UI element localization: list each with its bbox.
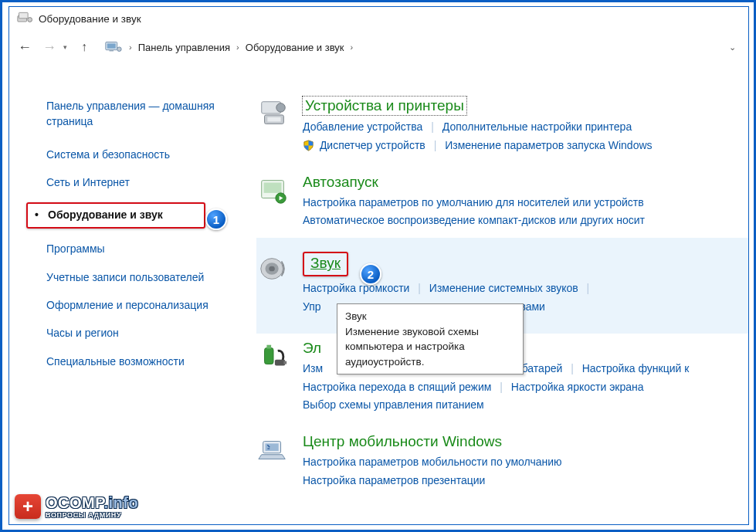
power-icon	[256, 340, 290, 372]
autoplay-icon	[256, 174, 290, 206]
category-devices-printers: Устройства и принтеры Добавление устройс…	[256, 90, 748, 168]
annotation-marker-1: 1	[205, 208, 227, 230]
hardware-sound-icon	[17, 12, 32, 26]
main-content: Устройства и принтеры Добавление устройс…	[241, 69, 748, 524]
tooltip-title: Звук	[345, 309, 515, 324]
control-panel-window: Оборудование и звук ← → ▾ ↑ › Панель упр…	[8, 6, 749, 525]
svg-point-6	[117, 46, 122, 51]
svg-rect-19	[275, 360, 285, 366]
watermark: + OCOMP.info ВОПРОСЫ АДМИНУ	[15, 494, 138, 519]
svg-rect-18	[266, 345, 271, 349]
sidebar-item-hardware-sound[interactable]: Оборудование и звук	[26, 202, 205, 229]
category-autoplay: Автозапуск Настройка параметров по умолч…	[256, 168, 748, 243]
category-mobility: Центр мобильности Windows Настройка пара…	[256, 427, 748, 503]
sidebar-item-network-internet[interactable]: Сеть и Интернет	[46, 175, 233, 190]
breadcrumb: › Панель управления › Оборудование и зву…	[100, 39, 741, 56]
watermark-badge-icon: +	[15, 494, 41, 519]
tooltip-body: Изменение звуковой схемы компьютера и на…	[345, 324, 515, 370]
nav-history-dropdown[interactable]: ▾	[63, 43, 67, 51]
svg-point-2	[28, 17, 32, 22]
chevron-right-icon[interactable]: ›	[348, 42, 354, 52]
breadcrumb-control-panel[interactable]: Панель управления	[138, 42, 230, 53]
shield-icon	[303, 140, 314, 151]
svg-rect-9	[267, 117, 280, 122]
link-sound-manage-tail[interactable]: вами	[520, 300, 545, 313]
link-printer-settings[interactable]: Дополнительные настройки принтера	[442, 120, 632, 133]
link-volume-settings[interactable]: Настройка громкости	[303, 282, 409, 294]
nav-back-button[interactable]: ←	[17, 39, 32, 55]
nav-forward-button[interactable]: →	[42, 39, 57, 55]
svg-rect-5	[109, 49, 114, 51]
link-brightness-settings[interactable]: Настройка яркости экрана	[511, 381, 644, 393]
watermark-suffix: .info	[103, 494, 138, 511]
control-panel-icon	[104, 39, 123, 56]
svg-rect-12	[264, 182, 282, 192]
breadcrumb-hardware-sound[interactable]: Оборудование и звук	[246, 42, 344, 53]
svg-rect-1	[19, 12, 29, 18]
link-power-functions[interactable]: Настройка функций к	[582, 362, 690, 374]
window-title: Оборудование и звук	[39, 13, 141, 25]
link-power-partial1[interactable]: Изм	[303, 362, 323, 374]
sidebar-home-link[interactable]: Панель управления — домашняя страница	[46, 98, 233, 130]
watermark-tagline: ВОПРОСЫ АДМИНУ	[46, 512, 138, 519]
link-autoplay-cd[interactable]: Автоматическое воспроизведение компакт-д…	[303, 214, 645, 226]
navbar: ← → ▾ ↑ › Панель управления › Оборудован…	[9, 30, 748, 64]
svg-rect-4	[107, 43, 116, 48]
link-power-plan[interactable]: Выбор схемы управления питанием	[303, 398, 484, 411]
sidebar-item-programs[interactable]: Программы	[46, 241, 233, 256]
svg-rect-20	[283, 361, 286, 364]
sidebar-item-appearance[interactable]: Оформление и персонализация	[46, 297, 233, 313]
link-autoplay-defaults[interactable]: Настройка параметров по умолчанию для но…	[303, 196, 644, 208]
link-device-manager[interactable]: Диспетчер устройств	[320, 139, 425, 151]
link-sound-manage-partial[interactable]: Упр	[303, 300, 321, 313]
sidebar: Панель управления — домашняя страница Си…	[9, 69, 241, 524]
category-title-sound[interactable]: Звук	[303, 252, 348, 276]
annotation-marker-2: 2	[360, 263, 381, 285]
mobility-icon	[256, 433, 290, 466]
sidebar-item-ease-of-access[interactable]: Специальные возможности	[46, 354, 233, 369]
sidebar-item-user-accounts[interactable]: Учетные записи пользователей	[46, 269, 233, 285]
svg-rect-17	[265, 347, 273, 364]
breadcrumb-expand-icon[interactable]: ⌄	[729, 42, 736, 53]
link-mobility-defaults[interactable]: Настройка параметров мобильности по умол…	[303, 456, 562, 468]
devices-printers-icon	[256, 97, 290, 129]
svg-point-16	[269, 266, 275, 272]
chevron-right-icon[interactable]: ›	[127, 42, 134, 52]
sidebar-item-clock-region[interactable]: Часы и регион	[46, 325, 233, 341]
category-title-power[interactable]: Эл	[303, 340, 321, 357]
category-title-devices-printers[interactable]: Устройства и принтеры	[303, 97, 466, 115]
link-add-device[interactable]: Добавление устройства	[303, 120, 422, 133]
link-sleep-settings[interactable]: Настройка перехода в спящий режим	[303, 381, 491, 393]
svg-rect-22	[266, 444, 279, 452]
category-title-autoplay[interactable]: Автозапуск	[303, 174, 378, 191]
nav-up-button[interactable]: ↑	[76, 39, 92, 55]
watermark-brand: OCOMP	[46, 494, 103, 511]
titlebar: Оборудование и звук	[9, 7, 748, 30]
svg-point-10	[276, 103, 285, 112]
link-system-sounds[interactable]: Изменение системных звуков	[429, 282, 578, 294]
link-presentation-settings[interactable]: Настройка параметров презентации	[303, 474, 485, 486]
category-title-mobility[interactable]: Центр мобильности Windows	[303, 433, 502, 450]
chevron-right-icon[interactable]: ›	[235, 42, 241, 52]
sidebar-item-system-security[interactable]: Система и безопасность	[46, 147, 233, 162]
sound-icon	[256, 252, 290, 284]
tooltip-sound: Звук Изменение звуковой схемы компьютера…	[337, 303, 524, 374]
link-windows-startup[interactable]: Изменение параметров запуска Windows	[445, 139, 652, 151]
